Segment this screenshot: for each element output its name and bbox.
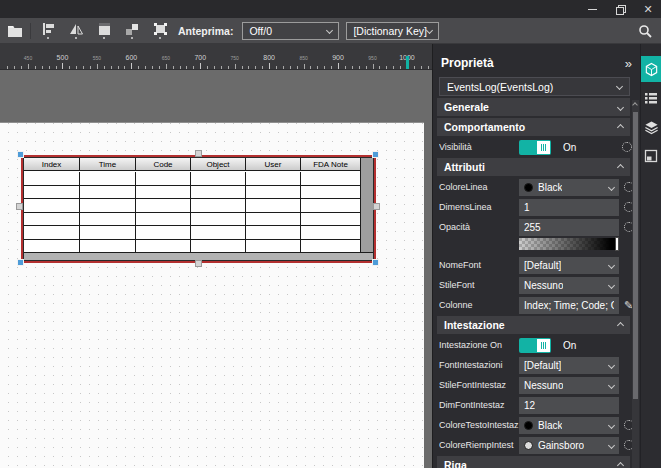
section-header-comportamento[interactable]: Comportamento <box>437 118 630 136</box>
restore-icon <box>616 5 624 13</box>
ruler-tick <box>414 66 415 69</box>
input-colonne[interactable]: Index; Time; Code; Obj <box>519 297 619 314</box>
ruler-tick <box>56 66 57 69</box>
ruler-tick <box>304 64 305 69</box>
opacity-slider-handle[interactable] <box>615 237 619 251</box>
resize-objects-button[interactable] <box>146 19 174 43</box>
ruler-tick <box>269 63 270 69</box>
dynamic-property-icon[interactable] <box>622 142 632 152</box>
chevron-down-icon <box>608 421 615 428</box>
selection-handle-top-left[interactable] <box>17 151 24 158</box>
ruler-tick <box>428 66 429 69</box>
selection-handle-middle-left[interactable] <box>16 203 23 210</box>
page-icon <box>644 149 658 163</box>
object-selector-dropdown[interactable]: EventsLog(EventsLog) <box>439 77 630 96</box>
toggle-state: On <box>563 142 576 153</box>
scrollbar-thumb[interactable] <box>633 112 638 399</box>
property-row-nomefont: NomeFont[Default] <box>433 256 640 274</box>
dictionary-key-combobox[interactable]: [Dictionary Key] <box>346 22 439 40</box>
table-row <box>24 186 360 200</box>
dropdown-stilefont[interactable]: Nessuno <box>519 277 619 294</box>
column-header-time: Time <box>80 158 136 170</box>
property-label: Visibilità <box>439 142 519 152</box>
ruler-tick <box>173 66 174 69</box>
ruler-tick <box>359 66 360 69</box>
restore-button[interactable] <box>613 3 627 15</box>
field-value: Nessuno <box>524 380 563 391</box>
dropdown-coloreriempintest[interactable]: Gainsboro <box>519 437 619 454</box>
ruler-tick <box>242 66 243 69</box>
ruler-tick <box>104 66 105 69</box>
align-objects-button[interactable] <box>34 19 62 43</box>
preview-combobox[interactable]: Off/0 <box>242 22 339 40</box>
dropdown-nomefont[interactable]: [Default] <box>519 257 619 274</box>
selection-handle-bottom-center[interactable] <box>195 260 202 267</box>
input-opacit[interactable]: 255 <box>519 219 619 236</box>
minimize-button[interactable] <box>585 3 599 15</box>
tab-properties[interactable] <box>641 56 661 82</box>
ruler-tick <box>42 66 43 69</box>
field-value: Index; Time; Code; Obj <box>524 300 614 311</box>
ruler-tick <box>21 66 22 69</box>
preview-label: Anteprima: <box>178 25 233 37</box>
column-header-code: Code <box>136 158 191 170</box>
ruler-tick <box>159 66 160 69</box>
tab-page[interactable] <box>641 143 661 169</box>
eventslog-table-widget[interactable]: IndexTimeCodeObjectUserFDA Note <box>21 155 376 263</box>
design-canvas[interactable]: 4505005506006507007508008509009501000 In… <box>0 44 432 468</box>
selection-handle-bottom-right[interactable] <box>372 259 379 266</box>
chevron-down-icon <box>616 83 623 90</box>
property-row-fontintestazioni: FontIntestazioni[Default] <box>433 356 640 374</box>
input-dimfontintestaz[interactable]: 12 <box>519 397 619 414</box>
search-button[interactable] <box>636 22 654 40</box>
opacity-gradient-slider[interactable] <box>519 238 619 250</box>
panel-title: Proprietà <box>441 56 494 70</box>
selection-handle-top-center[interactable] <box>195 150 202 157</box>
toggle-intestazione-on[interactable] <box>519 338 551 353</box>
section-header-riga[interactable]: Riga <box>437 456 630 468</box>
dropdown-colorelinea[interactable]: Black <box>519 179 619 196</box>
ruler-label-800: 800 <box>263 54 275 61</box>
ruler-tick <box>255 66 256 69</box>
table-cell <box>191 213 246 226</box>
chevron-down-icon <box>608 261 615 268</box>
table-cell <box>191 172 246 185</box>
tab-property-list[interactable] <box>641 85 661 111</box>
close-icon: ✕ <box>643 4 652 15</box>
table-cell <box>80 240 136 253</box>
selection-handle-top-right[interactable] <box>372 151 379 158</box>
table-cell <box>24 172 80 185</box>
ruler-tick <box>214 66 215 69</box>
dropdown-stilefontintestaz[interactable]: Nessuno <box>519 377 619 394</box>
table-cell <box>246 226 301 239</box>
section-header-attributi[interactable]: Attributi <box>437 158 630 176</box>
input-dimenslinea[interactable]: 1 <box>519 199 619 216</box>
ruler-label-900: 900 <box>332 54 344 61</box>
bring-to-front-button[interactable] <box>90 19 118 43</box>
panel-scrollbar[interactable] <box>632 100 639 468</box>
horizontal-ruler: 4505005506006507007508008509009501000 <box>0 44 432 70</box>
table-cell <box>191 199 246 212</box>
rotate-flip-button[interactable] <box>62 19 90 43</box>
tab-layers[interactable] <box>641 114 661 140</box>
ruler-tick <box>207 66 208 69</box>
group-objects-button[interactable] <box>118 19 146 43</box>
property-label: Intestazione On <box>439 340 519 350</box>
object-selector-value: EventsLog(EventsLog) <box>447 81 553 93</box>
ruler-tick <box>166 64 167 69</box>
toggle-visibilit[interactable] <box>519 140 551 155</box>
close-button[interactable]: ✕ <box>641 3 655 15</box>
section-header-intestazione[interactable]: Intestazione <box>437 316 630 334</box>
ruler-tick <box>83 66 84 69</box>
dropdown-coloretestointestaz[interactable]: Black <box>519 417 619 434</box>
dropdown-fontintestazioni[interactable]: [Default] <box>519 357 619 374</box>
selection-handle-bottom-left[interactable] <box>17 259 24 266</box>
section-header-generale[interactable]: Generale <box>437 98 630 116</box>
open-folder-button[interactable] <box>3 19 27 43</box>
collapse-panel-icon[interactable]: » <box>625 57 632 70</box>
column-header-fda-note: FDA Note <box>301 158 360 170</box>
ruler-tick <box>338 63 339 69</box>
ruler-tick <box>248 66 249 69</box>
selection-handle-middle-right[interactable] <box>373 203 380 210</box>
chevron-down-icon <box>608 441 615 448</box>
